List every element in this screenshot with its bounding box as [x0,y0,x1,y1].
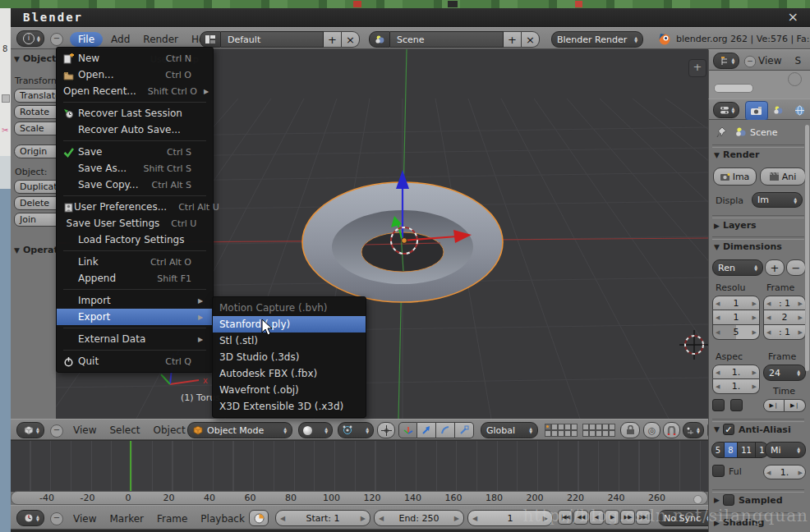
frame-range-field[interactable]: ◀: 1▶ [763,296,806,310]
snap-element-dropdown[interactable]: ▲▼ [683,422,704,438]
render-animation-button[interactable]: Ani [760,167,806,186]
layer-cell[interactable] [582,424,589,430]
layer-cell[interactable] [558,430,564,437]
manipulator-move-toggle[interactable] [377,422,395,438]
layers-grid-1[interactable] [545,424,578,437]
window-close-button[interactable]: × [788,9,798,25]
operator-panel-title[interactable]: Operator [23,245,57,255]
layer-cell[interactable] [589,430,596,437]
layer-cell[interactable] [551,430,558,437]
layers-grid-2[interactable] [582,424,615,437]
panel-expand-icon[interactable]: ▼ [714,243,720,251]
time-remap-old-button[interactable]: ▶❘ [763,399,785,412]
display-dropdown[interactable]: Im ▲▼ [752,192,803,208]
layer-cell[interactable] [564,430,571,437]
menu-item[interactable]: Recover Last Session [57,105,213,122]
fps-field[interactable]: 24 ▲▼ [763,365,806,381]
delete-scene-button[interactable]: × [522,31,540,48]
timeline-content[interactable] [11,440,708,492]
ruler-knob[interactable] [693,495,702,504]
collapse-menus-icon[interactable]: − [50,512,63,525]
time-remap-new-button[interactable]: ▶❘ [785,399,806,412]
layer-cell[interactable] [582,430,589,437]
tab-render[interactable] [745,101,768,121]
panel-expand-icon[interactable]: ▼ [714,425,720,433]
pin-icon[interactable] [716,126,728,139]
scene-field[interactable]: Scene [390,31,504,48]
menu-item[interactable]: User Preferences...Ctrl Alt U [57,199,213,215]
render-engine-dropdown[interactable]: Blender Render ▲▼ [551,31,643,48]
layer-cell[interactable] [602,430,609,437]
collapse-menus-icon[interactable]: − [744,56,756,67]
crop-checkbox[interactable] [730,399,743,411]
pivot-point-dropdown[interactable]: ▲▼ [338,422,374,438]
frame-start-field[interactable]: ◀ Start: 1 ▶ [275,510,370,526]
frame-range-field[interactable]: ◀: 1▶ [763,325,806,340]
layer-cell[interactable] [609,430,615,437]
proportional-edit-button[interactable]: ◎ [643,422,660,438]
properties-scrollbar[interactable] [805,125,809,371]
preview-range-button[interactable] [249,510,269,526]
manipulator-axes-button[interactable] [398,422,417,438]
menu-view[interactable]: View [73,424,96,436]
layer-cell[interactable] [551,424,558,430]
menu-item[interactable]: External Data▶ [57,331,213,347]
layer-cell[interactable] [545,424,551,430]
layer-cell[interactable] [589,424,596,430]
lamp-object[interactable] [679,330,708,360]
mode-dropdown[interactable]: Object Mode ▲▼ [187,422,292,438]
translate-button[interactable]: Translate [14,89,57,103]
layer-cell[interactable] [558,424,564,430]
menu-item[interactable]: Import▶ [57,292,213,309]
timeline-ruler[interactable]: -40-200204060801001201401601802002202402… [11,491,708,505]
render-preset-dropdown[interactable]: Ren ▲▼ [712,259,763,276]
manipulator-scale-button[interactable] [455,422,474,438]
outliner-body[interactable] [708,71,810,99]
layer-cell[interactable] [602,424,609,430]
editor-type-button[interactable]: i ▲▼ [16,30,44,47]
aa-samples-11-button[interactable]: 11 [738,442,756,458]
sampled-checkbox[interactable] [723,494,734,506]
antialiasing-panel-title[interactable]: Anti-Aliasi [739,424,791,435]
rotate-button[interactable]: Rotate [14,105,57,119]
menu-view[interactable]: View [758,55,781,66]
delete-layout-button[interactable]: × [342,31,360,48]
panel-expand-icon[interactable]: ▶ [714,496,720,504]
resolution-field[interactable]: ◀1▶ [712,310,760,325]
dimensions-panel-title[interactable]: Dimensions [723,241,782,252]
panel-expand-icon[interactable]: ▼ [14,246,20,255]
layer-cell[interactable] [545,430,551,437]
render-image-button[interactable]: Ima [713,167,757,186]
collapse-menus-icon[interactable]: − [50,424,63,438]
join-button[interactable]: Join [14,213,57,227]
screen-layout-field[interactable]: Default [221,31,324,48]
editor-type-button[interactable]: ▲▼ [16,422,44,438]
expand-properties-region-button[interactable]: + [688,59,706,77]
playhead[interactable] [130,441,131,492]
menu-item[interactable]: 3D Studio (.3ds) [213,349,366,365]
editor-type-button[interactable]: ▲▼ [713,53,739,69]
menu-item[interactable]: Load Factory Settings [57,232,213,248]
menu-render[interactable]: Render [143,34,178,45]
menu-item[interactable]: Save User SettingsCtrl U [57,215,213,232]
origin-button[interactable]: Origin [14,144,57,158]
aa-samples-8-button[interactable]: 8 [725,442,738,458]
menu-item[interactable]: AppendShift F1 [57,270,213,287]
menu-file[interactable]: File [70,32,103,47]
resolution-field[interactable]: ◀1▶ [712,296,760,310]
window-titlebar[interactable]: Blender × [11,8,810,28]
outliner-scrollbar[interactable] [714,84,753,93]
layer-cell[interactable] [609,424,615,430]
menu-playback[interactable]: Playback [200,513,245,525]
layer-cell[interactable] [596,424,602,430]
menu-item[interactable]: Stanford (.ply) [213,316,366,332]
layer-cell[interactable] [564,424,571,430]
editor-type-button[interactable]: ▲▼ [713,102,739,118]
frame-end-field[interactable]: ◀ End: 250 ▶ [374,510,464,526]
add-scene-button[interactable]: + [504,31,522,48]
menu-item[interactable]: QuitCtrl Q [57,353,213,369]
screen-layout-icon[interactable] [200,31,221,48]
aa-filter-dropdown[interactable]: Mi ▲▼ [765,442,806,458]
menu-item[interactable]: Motion Capture (.bvh) [213,300,366,316]
tab-scene[interactable] [768,101,789,119]
